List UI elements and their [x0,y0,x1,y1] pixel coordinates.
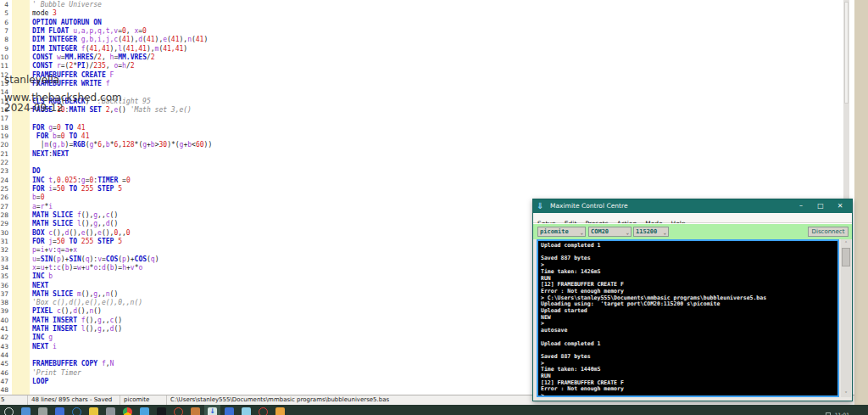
code-text: FRAMEBUFFER COPY f,N [32,360,114,368]
baud-select[interactable]: 115200 ⌄ [633,227,669,237]
code-line[interactable]: 23DO [0,167,843,176]
code-line[interactable]: 18FOR g=0 TO 41 [0,124,843,132]
code-line[interactable]: 24INC t,0.025:g=0:TIMER =0 [0,177,843,185]
line-number: 9 [0,45,10,53]
code-text: NEXT [32,282,48,290]
line-number: 36 [0,282,10,290]
app-icon-5[interactable] [89,407,98,415]
code-line[interactable]: 11CONST r=(2*PI)/235, o=h/2 [0,62,843,70]
line-number: 32 [0,246,10,255]
code-line[interactable]: 4' Bubble Universe [0,1,843,9]
code-text: MATH SLICE l(),g,,d() [32,220,118,228]
code-line[interactable]: 7DIM FLOAT u,a,p,q,t,v=0, x=0 [0,27,843,36]
line-number: 47 [0,378,10,386]
code-text: ' Bubble Universe [32,1,102,9]
code-line[interactable]: 8DIM INTEGER g,b,i,j,c(41),d(41),e(41),n… [0,36,843,44]
search-icon[interactable] [4,407,14,415]
scroll-up-icon[interactable]: ˄ [841,239,851,247]
desktop: 4' Bubble Universe5mode 36OPTION AUTORUN… [0,0,868,415]
code-text: a=r*i [32,203,53,211]
code-text: b=0 [32,193,44,202]
line-number: 48 [0,386,10,395]
minimize-button[interactable]: – [794,201,808,211]
terminal-scrollbar[interactable]: ˄ ˅ [841,239,851,397]
app-icon-2[interactable] [38,407,47,415]
taskbar-clock[interactable]: 11:01 [835,412,849,415]
chrome-icon[interactable] [123,407,132,415]
code-line[interactable]: 15CLS RGB(BLACK) ':Backlight 95 [0,98,843,106]
app-icon-12[interactable] [259,407,268,415]
serial-terminal[interactable]: Upload completed 1 Saved 887 bytes>Time … [537,239,839,397]
maximite-control-centre-window[interactable]: ⇓ Maximite Control Centre – □ ✕ SetupEdi… [532,199,853,401]
mcc-title-bar[interactable]: ⇓ Maximite Control Centre – □ ✕ [533,199,852,213]
status-cell-filestats: 48 lines/ 895 chars - Saved [28,395,120,405]
code-line[interactable]: 25FOR i=50 TO 255 STEP 5 [0,185,843,193]
code-text: │m(g,b)=RGB(g*6,b*6,128*(g+b>30)*(g+b<60… [32,141,212,149]
code-text: PIXEL c(),d(),n() [32,307,102,316]
code-text: FRAMEBUFFER CREATE F [32,71,114,80]
code-line[interactable]: 10CONST w=MM.HRES/2, h=MM.VRES/2 [0,53,843,62]
code-line[interactable]: 21NEXT:NEXT [0,150,843,159]
terminal-icon[interactable] [157,407,166,415]
disconnect-button[interactable]: Disconnect [808,227,849,237]
line-number: 19 [0,132,10,141]
code-line[interactable]: 20 │m(g,b)=RGB(g*6,b*6,128*(g+b>30)*(g+b… [0,141,843,149]
code-line[interactable]: 6OPTION AUTORUN ON [0,19,843,27]
app-icon-9[interactable] [191,407,200,415]
line-number: 20 [0,141,10,149]
line-number: 25 [0,185,10,193]
code-line[interactable]: 19 FOR b=0 TO 41 [0,132,843,141]
terminal-line: Time taken: 1426mS [541,269,835,276]
code-text: FOR g=0 TO 41 [32,124,86,132]
line-number: 12 [0,71,10,80]
code-line[interactable]: 22 [0,159,843,167]
code-text: INC g [32,334,53,342]
mcc-window-title: Maximite Control Centre [550,202,628,210]
line-number: 40 [0,317,10,325]
editor-scrollbar-thumb[interactable] [844,2,849,104]
code-text: PAUSE 10:MATH SET 2,e() 'Math set 3,e() [32,106,192,115]
terminal-line: > [541,321,835,328]
app-icon-7[interactable] [140,407,149,415]
terminal-scrollbar-thumb[interactable] [842,248,850,266]
line-number: 30 [0,229,10,238]
terminal-line: Upload completed 1 [541,341,835,348]
code-line[interactable]: 17 [0,115,843,123]
line-number: 29 [0,220,10,228]
code-text: DIM INTEGER g,b,i,j,c(41),d(41),e(41),n(… [32,36,208,44]
mcc-taskbar-icon[interactable]: ↓ [208,407,217,415]
mcc-app-icon: ⇓ [537,201,546,210]
line-number: 18 [0,124,10,132]
maximize-button[interactable]: □ [814,201,827,211]
line-number: 42 [0,334,10,342]
code-line[interactable]: 13FRAMEBUFFER WRITE f [0,80,843,88]
close-button[interactable]: ✕ [833,201,847,211]
line-number: 16 [0,106,10,115]
app-icon-6[interactable] [106,407,115,415]
app-icon-10[interactable] [225,407,234,415]
port-select[interactable]: COM20 ⌄ [588,227,632,237]
scroll-down-icon[interactable]: ˅ [841,390,851,397]
line-number: 34 [0,264,10,272]
code-text: FOR i=50 TO 255 STEP 5 [32,185,122,193]
app-icon-1[interactable] [21,407,31,415]
line-number: 28 [0,211,10,220]
app-icon-11[interactable] [242,407,251,415]
code-line[interactable]: 16PAUSE 10:MATH SET 2,e() 'Math set 3,e(… [0,106,843,115]
app-icon-3[interactable] [55,407,64,415]
code-text: MATH INSERT f(),g,,c() [32,317,122,325]
line-number: 4 [0,1,10,9]
line-number: 27 [0,203,10,211]
app-icon-4[interactable] [72,407,81,415]
folder-icon[interactable] [275,407,285,415]
app-icon-8[interactable] [174,407,183,415]
code-text: NEXT:NEXT [32,150,69,159]
device-select[interactable]: picomite ⌄ [537,227,586,237]
line-number: 7 [0,27,10,36]
code-line[interactable]: 14 [0,88,843,97]
code-line[interactable]: 12FRAMEBUFFER CREATE F [0,71,843,80]
taskbar[interactable]: 11:01 ↓ [0,405,868,415]
code-line[interactable]: 9DIM INTEGER f(41,41),l(41,41),m(41,41) [0,45,843,53]
code-line[interactable]: 5mode 3 [0,9,843,18]
line-number: 24 [0,177,10,185]
